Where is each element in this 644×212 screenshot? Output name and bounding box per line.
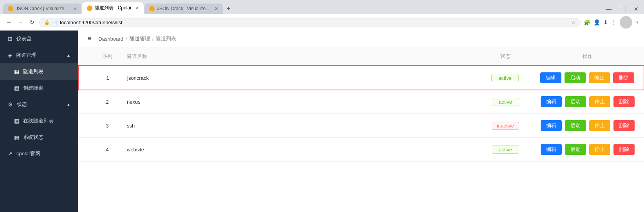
th-actions: 操作	[541, 53, 635, 60]
status-arrow: ▲	[67, 102, 70, 107]
stop-button-4[interactable]: 停止	[589, 144, 610, 155]
breadcrumb-dashboard[interactable]: Dashboard	[98, 36, 123, 42]
shield-icon: 🔒	[44, 20, 50, 25]
settings-button[interactable]: ⋮	[611, 19, 617, 25]
td-status-1: active	[470, 74, 540, 82]
tunnel-mgmt-icon: ◈	[8, 52, 12, 58]
tab-favicon-2	[87, 5, 92, 11]
tab-close-3[interactable]: ✕	[215, 6, 218, 11]
action-btns-2: 编辑 启动 停止 删除	[541, 96, 635, 107]
add-tab-button[interactable]: +	[224, 4, 233, 14]
maximize-button[interactable]: ⬜	[617, 5, 628, 13]
table-row: 2 nexus active 编辑 启动 停止 删除	[78, 90, 644, 114]
minimize-button[interactable]: —	[604, 5, 614, 13]
url-bar[interactable]: 🔒 📄 localhost:9200/#/tunnels/list ☆	[39, 18, 581, 27]
table-row: 3 ssh inactive 编辑 启动 停止 删除	[78, 114, 644, 138]
create-tunnel-icon: ▦	[14, 85, 19, 91]
edit-button-3[interactable]: 编辑	[541, 120, 562, 131]
start-button-1[interactable]: 启动	[565, 72, 586, 83]
close-window-button[interactable]: ✕	[631, 5, 641, 13]
delete-button-3[interactable]: 删除	[613, 120, 635, 131]
status-badge-1: active	[491, 74, 519, 82]
stop-button-3[interactable]: 停止	[589, 120, 610, 131]
sidebar-item-status[interactable]: ⚙ 状态 ▲	[0, 96, 78, 113]
table-row: 1 jsoncrack active 编辑 启动 停止 删除	[78, 65, 644, 90]
start-button-2[interactable]: 启动	[565, 96, 586, 107]
tab-label-2: 隧道列表 - Cpolar	[95, 5, 132, 11]
sidebar-item-cpolar[interactable]: ↗ cpolar官网	[0, 146, 78, 162]
delete-button-2[interactable]: 删除	[613, 96, 635, 107]
address-bar: ← → ↻ 🔒 📄 localhost:9200/#/tunnels/list …	[0, 14, 644, 31]
sidebar-item-online-tunnels[interactable]: ▦ 在线隧道列表	[0, 113, 78, 129]
tab-label-3: JSON Crack | Visualize In...	[157, 6, 211, 11]
breadcrumb-tunnel-mgmt[interactable]: 隧道管理	[130, 35, 150, 42]
td-status-3: inactive	[470, 122, 541, 130]
td-actions-2: 编辑 启动 停止 删除	[541, 96, 635, 107]
status-badge-3: inactive	[492, 122, 519, 130]
status-icon: ⚙	[8, 101, 13, 108]
back-button[interactable]: ←	[5, 18, 13, 26]
td-name-3: ssh	[127, 123, 470, 129]
tab-close-2[interactable]: ✕	[135, 5, 139, 11]
tab-1[interactable]: JSON Crack | Visualize In... ✕	[3, 4, 81, 14]
th-status: 状态	[470, 53, 541, 60]
breadcrumb-bar: ≡ Dashboard / 隧道管理 / 隧道列表	[78, 31, 644, 47]
sidebar-item-dashboard[interactable]: ⊞ 仪表盘	[0, 31, 78, 47]
sidebar-label-create-tunnel: 创建隧道	[23, 84, 43, 92]
menu-icon[interactable]: ≡	[88, 35, 91, 42]
td-actions-3: 编辑 启动 停止 删除	[541, 120, 635, 131]
sidebar-item-create-tunnel[interactable]: ▦ 创建隧道	[0, 80, 78, 96]
status-badge-2: active	[492, 98, 519, 106]
td-actions-4: 编辑 启动 停止 删除	[541, 144, 635, 155]
stop-button-2[interactable]: 停止	[589, 96, 610, 107]
breadcrumb-sep-2: /	[152, 36, 154, 42]
refresh-button[interactable]: ↻	[28, 18, 36, 26]
breadcrumb-current: 隧道列表	[156, 35, 176, 42]
downloads-button[interactable]: ⬇	[603, 19, 608, 25]
tab-3[interactable]: JSON Crack | Visualize In... ✕	[144, 4, 223, 14]
table-row: 4 website active 编辑 启动 停止 删除	[78, 138, 644, 162]
td-name-2: nexus	[127, 99, 470, 105]
sidebar: ⊞ 仪表盘 ◈ 隧道管理 ▲ ▦ 隧道列表 ▦ 创建隧道 ⚙ 状态 ▲ ▦ 在线…	[0, 31, 78, 212]
sidebar-item-tunnel-mgmt[interactable]: ◈ 隧道管理 ▲	[0, 47, 78, 63]
td-seq-4: 4	[88, 147, 127, 153]
td-status-4: active	[470, 146, 541, 154]
sidebar-item-tunnel-list[interactable]: ▦ 隧道列表	[0, 63, 78, 80]
th-seq: 序列	[88, 53, 127, 60]
tab-close-1[interactable]: ✕	[73, 6, 77, 11]
sidebar-label-status: 状态	[17, 101, 27, 108]
tunnel-list-icon: ▦	[14, 68, 19, 75]
forward-button[interactable]: →	[16, 18, 25, 26]
table-header: 序列 隧道名称 状态 操作	[78, 47, 644, 66]
extensions-button[interactable]: 🧩	[584, 19, 590, 25]
sidebar-label-tunnel-mgmt: 隧道管理	[16, 52, 36, 59]
bookmark-icon: ☆	[572, 20, 575, 25]
start-button-4[interactable]: 启动	[565, 144, 586, 155]
td-actions-1: 编辑 启动 停止 删除	[540, 72, 634, 83]
breadcrumb-sep-1: /	[126, 36, 127, 42]
profile-button[interactable]: 👤	[593, 19, 600, 25]
expand-icon: ▼	[635, 20, 639, 25]
delete-button-4[interactable]: 删除	[613, 144, 635, 155]
dashboard-icon: ⊞	[8, 36, 13, 42]
address-actions: 🧩 👤 ⬇ ⋮	[584, 19, 617, 25]
table-container: 序列 隧道名称 状态 操作 1 jsoncrack active 编辑	[78, 47, 644, 162]
cpolar-icon: ↗	[8, 151, 13, 157]
edit-button-4[interactable]: 编辑	[541, 144, 562, 155]
start-button-3[interactable]: 启动	[565, 120, 586, 131]
sidebar-label-tunnel-list: 隧道列表	[23, 68, 43, 75]
td-name-1: jsoncrack	[127, 75, 470, 81]
url-text: localhost:9200/#/tunnels/list	[60, 20, 569, 25]
edit-button-2[interactable]: 编辑	[541, 96, 562, 107]
td-seq-1: 1	[88, 75, 127, 81]
delete-button-1[interactable]: 删除	[613, 72, 634, 83]
tab-bar: JSON Crack | Visualize In... ✕ 隧道列表 - Cp…	[0, 0, 644, 14]
sidebar-label-dashboard: 仪表盘	[16, 35, 32, 42]
stop-button-1[interactable]: 停止	[589, 72, 610, 83]
action-btns-1: 编辑 启动 停止 删除	[540, 72, 634, 83]
tab-favicon-1	[8, 6, 13, 11]
action-btns-3: 编辑 启动 停止 删除	[541, 120, 635, 131]
sidebar-item-system-status[interactable]: ▦ 系统状态	[0, 129, 78, 146]
tab-2[interactable]: 隧道列表 - Cpolar ✕	[82, 2, 144, 14]
edit-button-1[interactable]: 编辑	[540, 72, 561, 83]
